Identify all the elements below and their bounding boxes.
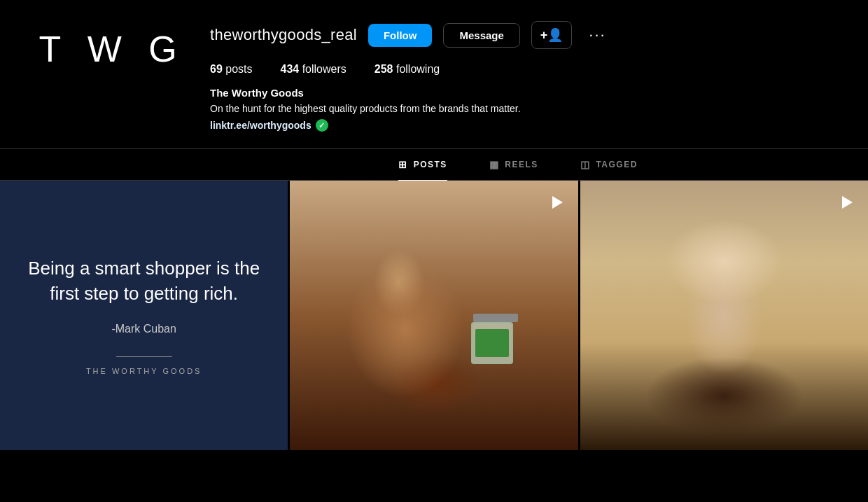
post-2[interactable] xyxy=(290,181,578,450)
message-button[interactable]: Message xyxy=(443,23,519,48)
posts-stat[interactable]: 69 posts xyxy=(210,63,253,76)
bio-name: The Worthy Goods xyxy=(210,87,840,99)
post-video-2 xyxy=(580,181,868,450)
profile-logo: T W G xyxy=(28,14,196,84)
tabs-section: ⊞ POSTS ▦ REELS ◫ TAGGED xyxy=(0,149,868,181)
more-options-button[interactable]: ··· xyxy=(583,23,611,47)
stats-row: 69 posts 434 followers 258 following xyxy=(210,63,840,76)
tab-reels[interactable]: ▦ REELS xyxy=(489,149,538,181)
verified-icon: ✓ xyxy=(316,119,328,132)
play-triangle-icon xyxy=(552,196,563,209)
following-count: 258 xyxy=(374,63,393,75)
quote-divider xyxy=(116,356,172,357)
followers-stat[interactable]: 434 followers xyxy=(281,63,346,76)
bio-description: On the hunt for the highest quality prod… xyxy=(210,102,840,116)
play-triangle-icon-2 xyxy=(842,196,853,209)
tab-reels-label: REELS xyxy=(505,160,538,169)
video2-person xyxy=(580,181,868,450)
video1-person xyxy=(290,181,578,450)
logo-text: T W G xyxy=(38,28,185,70)
posts-grid: Being a smart shopper is the first step … xyxy=(0,181,868,450)
post-video-1 xyxy=(290,181,578,450)
quote-text: Being a smart shopper is the first step … xyxy=(21,256,267,307)
jar-product xyxy=(471,314,520,370)
profile-info: theworthygoods_real Follow Message +👤 ··… xyxy=(196,14,840,137)
bio-link[interactable]: linktr.ee/worthygoods ✓ xyxy=(210,119,840,132)
video1-background xyxy=(290,181,578,450)
post-3[interactable] xyxy=(580,181,868,450)
play-button-1 xyxy=(546,192,567,213)
posts-tab-icon: ⊞ xyxy=(398,159,408,170)
following-stat[interactable]: 258 following xyxy=(374,63,440,76)
followers-label: followers xyxy=(302,63,346,75)
tagged-tab-icon: ◫ xyxy=(580,159,591,170)
jar-lid xyxy=(473,314,518,322)
tab-posts-label: POSTS xyxy=(414,160,447,169)
bio-section: The Worthy Goods On the hunt for the hig… xyxy=(210,87,840,132)
following-label: following xyxy=(396,63,440,75)
tab-posts[interactable]: ⊞ POSTS xyxy=(398,149,447,181)
posts-count: 69 xyxy=(210,63,223,75)
posts-label: posts xyxy=(225,63,252,75)
jar-label xyxy=(475,329,509,357)
tab-tagged-label: TAGGED xyxy=(596,160,637,169)
add-person-button[interactable]: +👤 xyxy=(531,21,573,49)
post-quote-card: Being a smart shopper is the first step … xyxy=(0,181,288,450)
follow-button[interactable]: Follow xyxy=(368,24,433,47)
profile-top-row: theworthygoods_real Follow Message +👤 ··… xyxy=(210,21,840,49)
bio-link-text: linktr.ee/worthygoods xyxy=(210,120,312,131)
followers-count: 434 xyxy=(281,63,300,75)
add-person-icon: +👤 xyxy=(540,27,564,43)
post-1[interactable]: Being a smart shopper is the first step … xyxy=(0,181,288,450)
jar-body xyxy=(471,322,513,364)
video2-background xyxy=(580,181,868,450)
quote-brand: THE WORTHY GOODS xyxy=(86,367,202,375)
quote-attribution: -Mark Cuban xyxy=(111,323,176,335)
username: theworthygoods_real xyxy=(210,26,357,44)
reels-tab-icon: ▦ xyxy=(489,159,500,170)
tab-tagged[interactable]: ◫ TAGGED xyxy=(580,149,638,181)
play-button-2 xyxy=(836,192,857,213)
